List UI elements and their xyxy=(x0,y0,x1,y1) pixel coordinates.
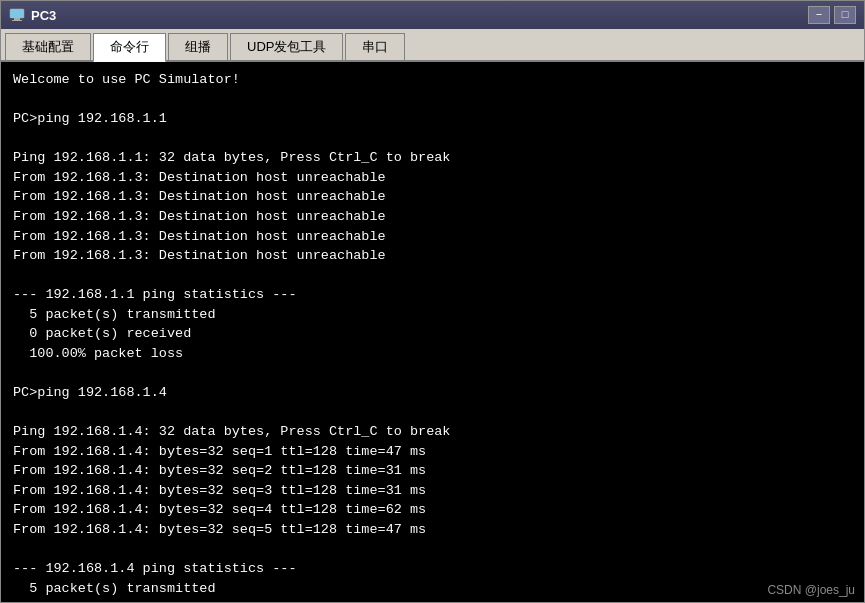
app-icon xyxy=(9,7,25,23)
window-controls: − □ xyxy=(808,6,856,24)
title-bar: PC3 − □ xyxy=(1,1,864,29)
terminal-output[interactable]: Welcome to use PC Simulator! PC>ping 192… xyxy=(1,62,864,602)
watermark: CSDN @joes_ju xyxy=(767,583,855,597)
svg-rect-1 xyxy=(14,18,20,20)
maximize-button[interactable]: □ xyxy=(834,6,856,24)
tab-基础配置[interactable]: 基础配置 xyxy=(5,33,91,60)
terminal-content: Welcome to use PC Simulator! PC>ping 192… xyxy=(13,70,852,598)
svg-rect-0 xyxy=(10,9,24,18)
tab-命令行[interactable]: 命令行 xyxy=(93,33,166,62)
tab-UDP发包工具[interactable]: UDP发包工具 xyxy=(230,33,343,60)
tab-组播[interactable]: 组播 xyxy=(168,33,228,60)
tab-bar: 基础配置命令行组播UDP发包工具串口 xyxy=(1,29,864,62)
minimize-button[interactable]: − xyxy=(808,6,830,24)
svg-rect-2 xyxy=(12,20,22,21)
tab-串口[interactable]: 串口 xyxy=(345,33,405,60)
window-title: PC3 xyxy=(31,8,56,23)
